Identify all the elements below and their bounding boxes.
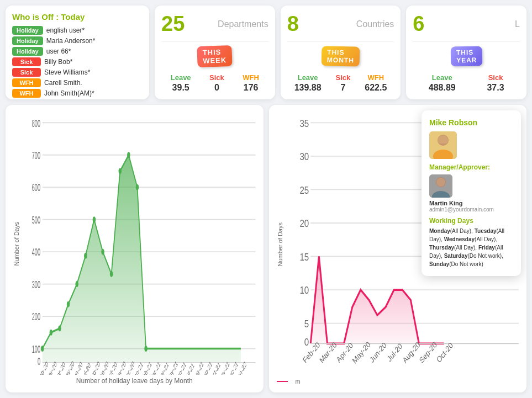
leave-value-week: 39.5 — [172, 83, 189, 93]
stat-number-week: 25 — [161, 12, 185, 36]
off-list-item: SickSteve Williams* — [12, 68, 143, 77]
off-name: Steve Williams* — [44, 68, 90, 76]
leave-label-year: Leave — [432, 73, 452, 82]
off-name: John Smith(AM)* — [44, 89, 94, 97]
off-name: Billy Bob* — [44, 58, 72, 66]
svg-text:500: 500 — [32, 215, 40, 226]
who-is-off-card: Who is Off : Today Holidayenglish user*H… — [6, 6, 149, 99]
svg-text:200: 200 — [32, 311, 40, 322]
svg-point-23 — [84, 253, 87, 259]
off-list-item: WFHJohn Smith(AM)* — [12, 89, 143, 98]
svg-text:0: 0 — [38, 355, 40, 367]
svg-text:800: 800 — [32, 118, 40, 129]
off-badge: WFH — [12, 89, 41, 98]
svg-point-26 — [110, 271, 113, 277]
off-badge: Holiday — [12, 47, 43, 56]
svg-point-29 — [136, 184, 139, 190]
this-year-badge: THISYEAR — [450, 46, 482, 66]
svg-text:Jul-20: Jul-20 — [386, 342, 404, 364]
leave-value-year: 488.89 — [429, 83, 456, 93]
svg-point-30 — [144, 346, 148, 352]
wfh-value-week: 176 — [244, 83, 259, 93]
svg-text:20: 20 — [299, 218, 309, 230]
off-badge: Sick — [12, 68, 41, 77]
wfh-value-month: 622.5 — [365, 83, 387, 93]
off-name: english user* — [46, 26, 85, 34]
off-list-item: Holidayuser 66* — [12, 47, 143, 56]
wfh-label-month: WFH — [368, 73, 384, 82]
svg-text:Jun-20: Jun-20 — [368, 341, 388, 364]
svg-text:30: 30 — [299, 151, 309, 163]
leave-label-month: Leave — [298, 73, 318, 82]
left-chart-title: Number of holiday leave days by Month — [13, 377, 256, 385]
person-popup-name: Mike Robson — [429, 118, 513, 127]
off-list-item: SickBilly Bob* — [12, 57, 143, 66]
off-name: user 66* — [46, 47, 71, 55]
stat-number-month: 8 — [287, 12, 299, 36]
off-list: Holidayenglish user*HolidayMaria Anderso… — [12, 26, 143, 98]
off-list-item: HolidayMaria Anderson* — [12, 36, 143, 45]
svg-point-21 — [67, 301, 70, 307]
right-chart-card: Number of Days 35 30 — [269, 105, 527, 392]
off-badge: WFH — [12, 78, 41, 87]
svg-text:35: 35 — [299, 118, 309, 129]
stat-label-month: Countries — [356, 19, 394, 29]
stat-card-this-year: 6 L THISYEAR Leave 488.89 Sick 37.3 — [406, 6, 526, 99]
who-is-off-title: Who is Off : Today — [12, 12, 143, 22]
leave-label-week: Leave — [171, 73, 191, 82]
svg-text:700: 700 — [32, 150, 40, 161]
svg-text:10: 10 — [299, 285, 309, 296]
off-name: Carell Smith. — [44, 79, 82, 87]
sick-label-month: Sick — [336, 73, 351, 82]
sick-label-week: Sick — [209, 73, 224, 82]
svg-point-19 — [50, 330, 53, 336]
stat-card-this-week: 25 Departments THISWEEK Leave 39.5 Sick … — [155, 6, 275, 99]
svg-point-89 — [436, 178, 445, 187]
svg-point-22 — [75, 281, 78, 287]
manager-avatar — [429, 174, 452, 198]
svg-text:15: 15 — [299, 251, 309, 263]
svg-text:25: 25 — [299, 184, 309, 196]
stat-label-year: L — [515, 19, 520, 29]
manager-name: Martin King — [429, 200, 513, 206]
off-badge: Sick — [12, 57, 41, 66]
off-list-item: Holidayenglish user* — [12, 26, 143, 35]
off-badge: Holiday — [12, 26, 43, 35]
left-chart-card: Number of Days 800 — [6, 105, 264, 392]
svg-point-28 — [127, 152, 130, 158]
sick-value-month: 7 — [340, 83, 345, 93]
svg-point-20 — [58, 325, 61, 331]
right-y-axis-label: Number of Days — [277, 222, 283, 266]
leave-value-month: 139.88 — [294, 83, 322, 93]
wfh-label-week: WFH — [243, 73, 259, 82]
stat-number-year: 6 — [413, 12, 424, 36]
svg-text:300: 300 — [32, 279, 40, 290]
svg-text:0: 0 — [304, 337, 308, 348]
this-week-badge: THISWEEK — [197, 45, 233, 67]
left-y-axis-label: Number of Days — [13, 222, 20, 266]
person-popup: Mike Robson Manager/Approver: — [422, 110, 521, 276]
svg-point-24 — [93, 216, 96, 222]
sick-value-year: 37.3 — [487, 83, 504, 93]
this-month-badge: THISMONTH — [322, 46, 360, 66]
off-badge: Holiday — [12, 36, 43, 45]
left-chart-area: 800 700 600 500 400 300 200 100 0 — [22, 113, 256, 375]
svg-point-25 — [101, 249, 104, 255]
off-list-item: WFHCarell Smith. — [12, 78, 143, 87]
stat-card-this-month: 8 Countries THISMONTH Leave 139.88 Sick … — [281, 6, 401, 99]
working-days-label: Working Days — [429, 217, 513, 225]
sick-value-week: 0 — [214, 83, 219, 93]
svg-text:400: 400 — [32, 247, 40, 258]
off-name: Maria Anderson* — [46, 37, 96, 45]
working-days-text: Monday(All Day), Tuesday(All Day), Wedne… — [429, 227, 513, 268]
left-chart-svg: 800 700 600 500 400 300 200 100 0 — [22, 113, 256, 375]
svg-text:5: 5 — [304, 319, 308, 330]
svg-text:600: 600 — [32, 182, 40, 193]
sick-label-year: Sick — [488, 73, 503, 82]
manager-email: admin1@yourdomain.com — [429, 206, 513, 213]
svg-point-18 — [41, 346, 44, 352]
manager-label: Manager/Approver: — [429, 163, 513, 171]
svg-text:100: 100 — [32, 343, 40, 354]
stat-label-week: Departments — [218, 19, 268, 29]
svg-point-27 — [119, 168, 122, 174]
